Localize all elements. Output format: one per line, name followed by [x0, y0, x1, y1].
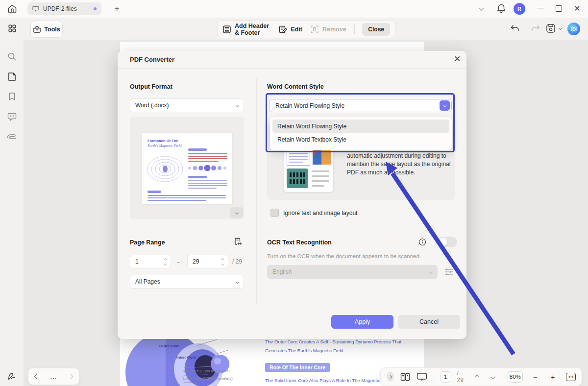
tools-grid-icon[interactable] [7, 24, 17, 33]
page-to-stepper[interactable] [221, 259, 224, 265]
preview-field-diagram [146, 149, 185, 188]
tools-button-label: Tools [44, 26, 60, 33]
page-from-stepper[interactable] [164, 259, 167, 265]
ocr-language-select[interactable]: English [267, 265, 438, 279]
home-icon[interactable] [7, 3, 18, 14]
header-footer-toolbar: Add Header & Footer Edit Remove Close [217, 20, 395, 38]
apply-button[interactable]: Apply [331, 315, 393, 329]
minimize-button[interactable]: — [537, 3, 544, 11]
word-style-chevron-button[interactable] [440, 100, 450, 111]
bookmark-icon[interactable] [6, 91, 17, 102]
page-number-input[interactable]: 1 [441, 371, 450, 383]
ocr-info-icon[interactable] [418, 238, 426, 246]
page-to-input[interactable]: 29 [187, 255, 228, 268]
attachment-icon[interactable] [6, 131, 17, 142]
reading-view-icon[interactable] [400, 373, 410, 381]
actual-size-icon[interactable]: 1:1 [566, 373, 576, 381]
preview-subhead-2 [188, 176, 207, 178]
tab-monitor-icon [32, 6, 39, 12]
word-style-option-flowing[interactable]: Retain Word Flowing Style [272, 120, 449, 133]
add-header-footer-button[interactable]: Add Header & Footer [222, 23, 270, 36]
page-total-label: / 29 [232, 258, 242, 265]
page-thumbnails-icon[interactable] [6, 71, 17, 82]
maximize-button[interactable] [556, 5, 562, 12]
pdf-converter-dialog: PDF Converter ✕ Output Format Word (.doc… [118, 51, 466, 339]
dialog-column-divider [256, 78, 257, 305]
preview-expand-button[interactable] [230, 207, 244, 218]
save-icon[interactable] [545, 23, 556, 34]
word-style-option-textbox[interactable]: Retain Word Textbox Style [272, 133, 449, 146]
tools-button[interactable]: Tools [30, 21, 63, 38]
remove-button[interactable]: Remove [310, 25, 346, 34]
preview-subhead-3 [147, 191, 161, 193]
cancel-button[interactable]: Cancel [398, 315, 460, 329]
preview-page: Formation Of The Earth's Magnetic Field [142, 133, 232, 204]
page-mode-chevron-icon [236, 280, 239, 283]
comments-icon[interactable] [6, 111, 17, 122]
toolbar-divider [354, 24, 355, 34]
close-window-button[interactable]: ✕ [574, 4, 580, 13]
style-description-text: automatic adjustment during editing to m… [347, 152, 451, 177]
unsaved-dot [94, 7, 97, 10]
new-tab-button[interactable]: + [115, 4, 119, 13]
document-tab[interactable]: UPDF-2-files [27, 2, 101, 15]
range-dash: - [177, 259, 179, 265]
zoom-level-input[interactable]: 80% [508, 371, 523, 383]
status-bar: 1 / 29 80% − + 1:1 [380, 367, 582, 386]
titlebar-chevron-down-icon[interactable] [479, 6, 484, 11]
word-style-select[interactable]: Retain Word Flowing Style [269, 99, 452, 112]
dialog-close-icon[interactable]: ✕ [454, 54, 461, 64]
signature-icon[interactable] [6, 371, 17, 382]
ai-assistant-icon[interactable] [567, 23, 580, 35]
ocr-toggle-knob [439, 238, 447, 246]
user-avatar[interactable]: R [514, 3, 525, 15]
expand-panel-button[interactable] [387, 372, 394, 382]
toolbox-icon [33, 25, 41, 33]
prev-page-icon[interactable] [34, 374, 39, 379]
page-range-label: Page Range [130, 239, 165, 246]
dialog-header-divider [118, 68, 466, 69]
zoom-in-icon[interactable]: + [551, 373, 555, 381]
word-style-dropdown-menu: Retain Word Flowing Style Retain Word Te… [270, 117, 452, 150]
outer-core-label: Outer Core [159, 344, 180, 348]
ignore-layout-checkbox[interactable] [270, 209, 279, 217]
search-icon[interactable] [6, 51, 17, 62]
zoom-out-icon[interactable]: − [533, 373, 538, 381]
ocr-section-divider [267, 226, 453, 226]
doc-heading: Role Of The Inner Core [265, 362, 330, 372]
preview-title-2: Earth's Magnetic Field [147, 144, 182, 148]
edit-button[interactable]: Edit [278, 25, 302, 34]
page-mode-select[interactable]: All Pages [130, 275, 244, 289]
undo-icon[interactable] [510, 24, 520, 33]
output-format-chevron-icon [236, 103, 239, 107]
dialog-title: PDF Converter [130, 56, 174, 63]
page-from-input[interactable]: 1 [130, 255, 171, 268]
close-tool-button[interactable]: Close [362, 23, 390, 36]
ignore-layout-label: Ignore text and image layout [283, 210, 357, 217]
scroll-up-icon[interactable] [475, 375, 479, 379]
ocr-language-chevron-icon [429, 270, 433, 273]
redo-icon[interactable] [530, 24, 541, 33]
ocr-settings-sliders-icon[interactable] [443, 266, 454, 277]
ocr-label: OCR Text Recognition [267, 239, 332, 246]
header-footer-icon [222, 25, 231, 34]
next-page-icon[interactable] [69, 374, 74, 379]
ocr-toggle[interactable] [438, 237, 457, 247]
tab-title: UPDF-2-files [43, 5, 77, 12]
output-format-select[interactable]: Word (.docx) [130, 98, 244, 112]
preview-subhead-1 [188, 148, 207, 151]
measure-label-1: 800 Miles (1,300 Kilometers) [183, 369, 229, 373]
page-range-icon[interactable] [233, 237, 243, 246]
inner-core-label: Inner Core [176, 355, 196, 360]
preview-panel: Formation Of The Earth's Magnetic Field [130, 117, 244, 219]
left-sidebar [0, 40, 24, 386]
notifications-bell-icon[interactable] [496, 3, 506, 14]
doc-paragraph-1: The Outer Core Creates A Self - Sustaini… [265, 338, 410, 355]
page-count-label: / 29 [457, 370, 464, 384]
preview-expand-chevron-icon [235, 211, 238, 214]
scroll-down-icon[interactable] [491, 375, 495, 379]
more-pages-button[interactable]: ... [50, 373, 57, 380]
presentation-icon[interactable] [416, 372, 427, 381]
remove-trash-icon [310, 25, 319, 34]
page-column-divider [259, 338, 259, 386]
